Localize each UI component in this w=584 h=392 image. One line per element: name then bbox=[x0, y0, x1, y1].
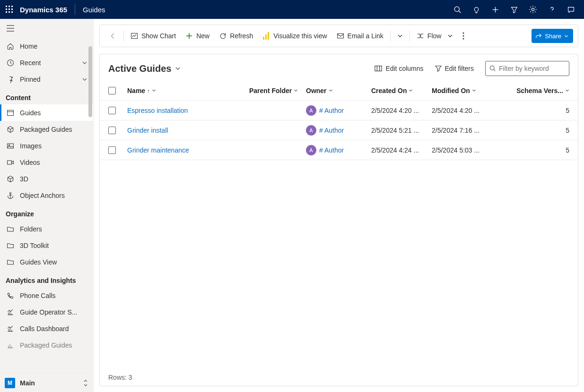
hamburger-icon[interactable] bbox=[0, 19, 93, 38]
filter-icon bbox=[435, 65, 442, 72]
svg-point-9 bbox=[454, 7, 459, 11]
col-header-created[interactable]: Created On bbox=[371, 87, 432, 94]
row-checkbox[interactable] bbox=[108, 107, 127, 114]
chevron-down-icon bbox=[175, 66, 181, 71]
sidebar-item-recent[interactable]: Recent bbox=[0, 54, 93, 71]
sidebar-item-phone-calls[interactable]: Phone Calls bbox=[0, 287, 93, 304]
arrow-left-icon bbox=[109, 32, 117, 40]
share-button[interactable]: Share bbox=[532, 29, 573, 43]
refresh-icon bbox=[219, 32, 227, 40]
select-all-checkbox[interactable] bbox=[108, 87, 127, 94]
sidebar-item-label: Videos bbox=[20, 159, 87, 166]
visualize-button[interactable]: Visualize this view bbox=[258, 28, 331, 44]
edit-filters-button[interactable]: Edit filters bbox=[429, 65, 479, 72]
grid-card: Active Guides Edit columns Edit filters … bbox=[99, 54, 578, 386]
owner-link[interactable]: # Author bbox=[319, 146, 344, 154]
sidebar-item-folders[interactable]: Folders bbox=[0, 221, 93, 237]
svg-point-44 bbox=[463, 33, 464, 34]
record-link[interactable]: Espresso installation bbox=[127, 107, 188, 114]
sidebar-item-3d-toolkit[interactable]: 3D Toolkit bbox=[0, 237, 93, 254]
svg-point-46 bbox=[463, 38, 464, 40]
row-checkbox[interactable] bbox=[108, 127, 127, 134]
row-checkbox[interactable] bbox=[108, 146, 127, 154]
record-link[interactable]: Grinder maintenance bbox=[127, 146, 189, 154]
sidebar-area-switcher[interactable]: M Main bbox=[0, 373, 93, 392]
powerbi-icon bbox=[262, 32, 270, 40]
refresh-button[interactable]: Refresh bbox=[214, 28, 258, 44]
col-header-schema[interactable]: Schema Vers... bbox=[492, 87, 569, 94]
app-name[interactable]: Guides bbox=[75, 4, 105, 15]
chart-icon bbox=[6, 324, 15, 333]
flow-button[interactable]: Flow bbox=[412, 28, 458, 44]
sidebar-item-pinned[interactable]: Pinned bbox=[0, 71, 93, 87]
sidebar-scrollbar[interactable] bbox=[86, 19, 93, 373]
sidebar-item-label: Home bbox=[20, 43, 87, 50]
owner-link[interactable]: # Author bbox=[319, 127, 344, 134]
filter-icon[interactable] bbox=[505, 0, 523, 19]
chevron-down-icon bbox=[329, 88, 333, 93]
svg-rect-20 bbox=[8, 144, 14, 148]
filter-input[interactable] bbox=[499, 65, 582, 72]
sidebar-group-content: Content bbox=[0, 87, 93, 104]
col-header-owner[interactable]: Owner bbox=[306, 87, 371, 94]
video-icon bbox=[6, 158, 15, 167]
sidebar-item-label: Pinned bbox=[20, 76, 82, 83]
help-icon[interactable] bbox=[542, 0, 561, 19]
chat-icon[interactable] bbox=[561, 0, 580, 19]
folder-icon bbox=[6, 241, 15, 250]
table-row[interactable]: Espresso installation A# Author 2/5/2024… bbox=[100, 101, 578, 120]
col-header-modified[interactable]: Modified On bbox=[432, 87, 492, 94]
svg-rect-3 bbox=[6, 9, 7, 10]
sidebar-item-videos[interactable]: Videos bbox=[0, 154, 93, 170]
sidebar-item-object-anchors[interactable]: Object Anchors bbox=[0, 187, 93, 204]
email-chevron[interactable] bbox=[392, 28, 408, 44]
settings-icon[interactable] bbox=[523, 0, 542, 19]
email-link-button[interactable]: Email a Link bbox=[332, 28, 388, 44]
sidebar-item-guides-view[interactable]: Guides View bbox=[0, 254, 93, 270]
sidebar-item-packaged-guides-2[interactable]: Packaged Guides bbox=[0, 337, 93, 353]
sidebar-item-calls-dashboard[interactable]: Calls Dashboard bbox=[0, 320, 93, 337]
share-icon bbox=[535, 33, 542, 39]
clock-icon bbox=[6, 58, 15, 68]
table-header: Name↑ Parent Folder Owner Created On Mod… bbox=[100, 81, 578, 101]
view-title[interactable]: Active Guides bbox=[108, 63, 181, 74]
back-button bbox=[105, 28, 122, 44]
col-header-name[interactable]: Name↑ bbox=[127, 87, 249, 94]
add-icon[interactable] bbox=[486, 0, 505, 19]
chevron-down-icon bbox=[565, 88, 569, 93]
brand[interactable]: Dynamics 365 bbox=[20, 6, 75, 14]
lightbulb-icon[interactable] bbox=[467, 0, 486, 19]
cell-modified: 2/5/2024 7:16 ... bbox=[432, 127, 492, 134]
sidebar-item-home[interactable]: Home bbox=[0, 38, 93, 54]
new-button[interactable]: New bbox=[181, 28, 214, 44]
svg-rect-5 bbox=[11, 9, 13, 10]
anchor-icon bbox=[6, 191, 15, 200]
svg-rect-43 bbox=[337, 34, 343, 38]
cell-schema: 5 bbox=[492, 146, 569, 154]
home-icon bbox=[6, 42, 15, 51]
chart-icon bbox=[131, 32, 138, 40]
col-header-parent[interactable]: Parent Folder bbox=[249, 87, 306, 94]
data-grid: Name↑ Parent Folder Owner Created On Mod… bbox=[100, 81, 578, 160]
search-icon bbox=[489, 65, 496, 72]
table-row[interactable]: Grinder maintenance A# Author 2/5/2024 4… bbox=[100, 140, 578, 160]
sidebar-item-packaged-guides[interactable]: Packaged Guides bbox=[0, 121, 93, 137]
owner-link[interactable]: # Author bbox=[319, 107, 344, 114]
search-icon[interactable] bbox=[448, 0, 467, 19]
edit-columns-button[interactable]: Edit columns bbox=[369, 65, 429, 72]
table-row[interactable]: Grinder install A# Author 2/5/2024 5:21 … bbox=[100, 120, 578, 140]
sidebar-item-guide-operator[interactable]: Guide Operator S... bbox=[0, 304, 93, 320]
sidebar-item-guides[interactable]: Guides bbox=[0, 104, 93, 121]
filter-input-wrapper[interactable] bbox=[485, 61, 569, 76]
svg-rect-47 bbox=[375, 66, 382, 71]
sidebar-item-3d[interactable]: 3D bbox=[0, 170, 93, 187]
folder-icon bbox=[6, 257, 15, 267]
record-link[interactable]: Grinder install bbox=[127, 127, 168, 134]
show-chart-button[interactable]: Show Chart bbox=[126, 28, 181, 44]
svg-rect-6 bbox=[6, 11, 7, 13]
chart-icon bbox=[6, 341, 15, 350]
app-launcher-icon[interactable] bbox=[4, 4, 15, 15]
sidebar-item-images[interactable]: Images bbox=[0, 137, 93, 154]
more-commands[interactable] bbox=[458, 28, 469, 44]
avatar: A bbox=[306, 105, 316, 116]
